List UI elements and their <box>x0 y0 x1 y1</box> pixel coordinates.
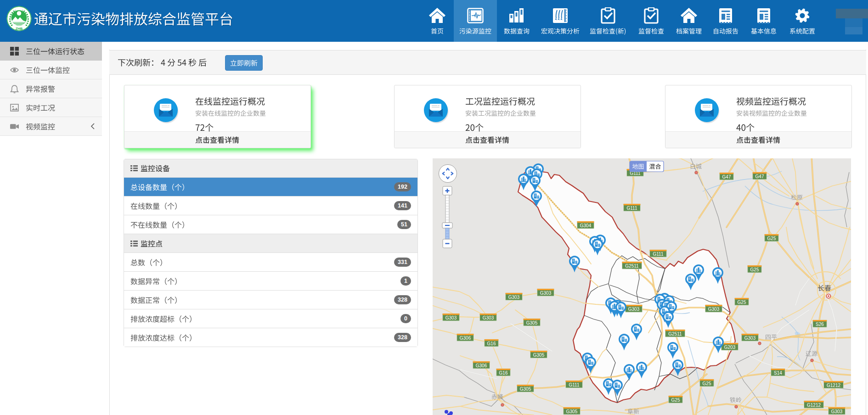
svg-text:G47: G47 <box>722 174 731 179</box>
svg-text:G111: G111 <box>627 206 637 211</box>
svg-text:G1212: G1212 <box>807 403 821 408</box>
svg-text:S14: S14 <box>774 370 782 376</box>
svg-text:G305: G305 <box>566 409 578 414</box>
svg-text:S26: S26 <box>816 322 824 327</box>
svg-text:G304: G304 <box>580 223 592 228</box>
svg-text:G303: G303 <box>540 291 552 296</box>
svg-text:G111: G111 <box>569 382 580 387</box>
svg-text:G25: G25 <box>738 300 746 305</box>
svg-text:G1212: G1212 <box>827 383 840 388</box>
svg-text:G25: G25 <box>767 236 776 241</box>
svg-text:G303: G303 <box>831 409 843 414</box>
svg-text:G16: G16 <box>487 341 496 346</box>
svg-text:G16: G16 <box>499 370 508 376</box>
svg-text:ZHB: ZHB <box>16 27 23 31</box>
svg-text:G25: G25 <box>671 398 680 403</box>
svg-text:G25: G25 <box>750 267 759 272</box>
svg-text:G305: G305 <box>520 387 531 392</box>
svg-text:G303: G303 <box>744 336 756 341</box>
svg-text:G303: G303 <box>708 307 720 312</box>
svg-text:G303: G303 <box>483 315 494 320</box>
svg-text:G2511: G2511 <box>668 331 682 336</box>
svg-text:G303: G303 <box>445 315 457 320</box>
svg-text:G47: G47 <box>755 174 764 179</box>
svg-text:G306: G306 <box>460 336 471 341</box>
svg-text:G25: G25 <box>703 381 711 386</box>
svg-text:G203: G203 <box>724 345 736 350</box>
svg-text:G305: G305 <box>533 353 545 358</box>
svg-text:G303: G303 <box>508 295 520 300</box>
svg-text:G306: G306 <box>476 363 487 368</box>
svg-text:G111: G111 <box>653 252 664 257</box>
svg-text:G303: G303 <box>628 307 640 312</box>
svg-text:G2511: G2511 <box>625 264 639 269</box>
svg-text:G305: G305 <box>526 320 538 325</box>
